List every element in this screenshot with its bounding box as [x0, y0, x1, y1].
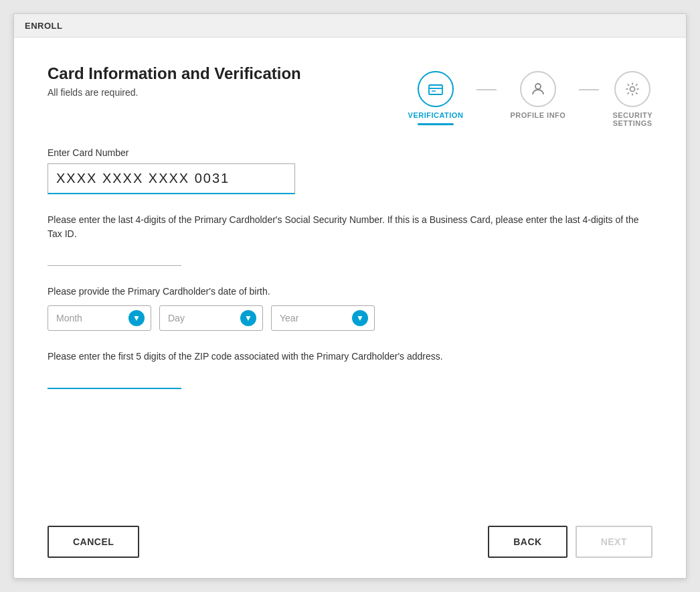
svg-point-4 [630, 87, 635, 92]
step-security-settings-label: SECURITYSETTINGS [612, 111, 652, 127]
main-content: Card Information and Verification All fi… [14, 38, 686, 578]
step-verification-icon [418, 71, 454, 107]
day-wrapper: Day 123 456 789 101112 131415 161718 192… [159, 305, 263, 331]
page-title: Card Information and Verification [48, 64, 301, 83]
title-area: Card Information and Verification All fi… [48, 64, 301, 98]
day-select[interactable]: Day 123 456 789 101112 131415 161718 192… [159, 305, 263, 331]
gear-svg [623, 80, 642, 98]
step-verification-label: VERIFICATION [408, 111, 464, 119]
svg-point-3 [535, 84, 541, 89]
back-button[interactable]: BACK [488, 526, 567, 558]
verification-svg [426, 80, 445, 98]
connector-1 [476, 89, 497, 90]
month-select[interactable]: Month January February March April May J… [48, 305, 151, 331]
header-section: Card Information and Verification All fi… [48, 64, 652, 127]
title-bar: ENROLL [14, 14, 686, 38]
title-bar-label: ENROLL [25, 21, 62, 31]
step-security-settings: SECURITYSETTINGS [612, 71, 652, 127]
zip-input[interactable] [48, 370, 181, 389]
step-security-settings-icon [614, 71, 650, 107]
ssn-input[interactable] [48, 248, 181, 266]
connector-2 [579, 89, 599, 90]
zip-group: Please enter the first 5 digits of the Z… [48, 350, 652, 389]
profile-svg [529, 80, 547, 98]
step-profile-info: PROFILE INFO [510, 71, 565, 119]
card-number-label: Enter Card Number [48, 147, 652, 158]
ssn-description: Please enter the last 4-digits of the Pr… [48, 213, 652, 241]
month-wrapper: Month January February March April May J… [48, 305, 151, 331]
next-button[interactable]: NEXT [576, 526, 652, 558]
step-profile-info-label: PROFILE INFO [510, 111, 565, 119]
year-wrapper: Year 20262025202420232022202120202019201… [271, 305, 375, 331]
card-number-group: Enter Card Number XXXX XXXX XXXX 0031 [48, 147, 652, 194]
footer-buttons: CANCEL BACK NEXT [48, 512, 652, 558]
step-profile-info-icon [520, 71, 556, 107]
form-section: Enter Card Number XXXX XXXX XXXX 0031 Pl… [48, 147, 652, 512]
zip-description: Please enter the first 5 digits of the Z… [48, 350, 652, 364]
right-buttons: BACK NEXT [488, 526, 652, 558]
date-row: Month January February March April May J… [48, 305, 652, 331]
year-select[interactable]: Year 20262025202420232022202120202019201… [271, 305, 375, 331]
subtitle: All fields are required. [48, 87, 301, 98]
steps-container: VERIFICATION PROFILE INFO [408, 71, 652, 127]
step-verification: VERIFICATION [408, 71, 464, 125]
cancel-button[interactable]: CANCEL [48, 526, 139, 558]
ssn-group: Please enter the last 4-digits of the Pr… [48, 213, 652, 266]
dob-group: Please provide the Primary Cardholder's … [48, 285, 652, 331]
step-verification-underline [418, 123, 454, 125]
card-number-wrapper: XXXX XXXX XXXX 0031 [48, 163, 295, 194]
svg-rect-0 [429, 85, 442, 94]
main-window: ENROLL Card Information and Verification… [13, 13, 687, 579]
card-number-display: XXXX XXXX XXXX 0031 [56, 171, 286, 186]
dob-description: Please provide the Primary Cardholder's … [48, 285, 652, 299]
